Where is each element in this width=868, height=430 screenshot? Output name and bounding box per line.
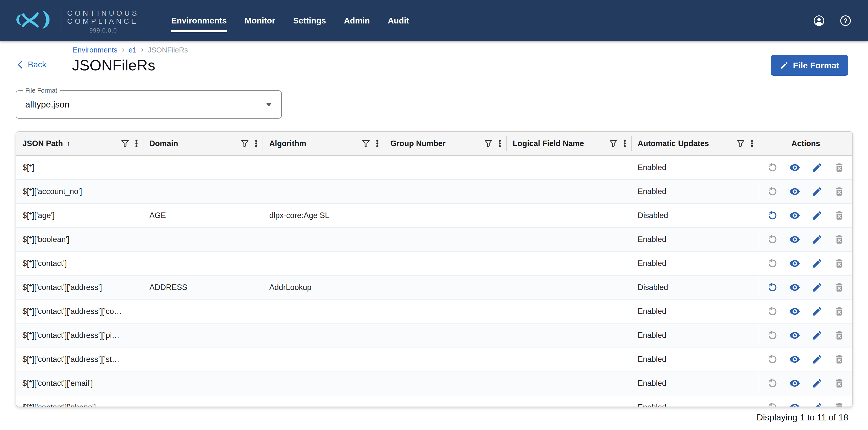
delete-button[interactable]: [834, 258, 845, 269]
delete-button[interactable]: [834, 234, 845, 245]
preview-button[interactable]: [789, 402, 800, 407]
preview-button[interactable]: [789, 354, 800, 365]
filter-icon[interactable]: [609, 139, 618, 148]
account-icon[interactable]: [813, 15, 825, 27]
sort-ascending-icon[interactable]: ↑: [66, 139, 70, 148]
refresh-reset-button[interactable]: [767, 354, 778, 365]
column-header-group-number[interactable]: Group Number: [384, 132, 506, 155]
delete-button[interactable]: [834, 354, 845, 365]
preview-button[interactable]: [789, 258, 800, 269]
delete-button[interactable]: [834, 330, 845, 341]
delete-button[interactable]: [834, 402, 845, 407]
brand-line2: COMPLIANCE: [67, 17, 139, 25]
cell-group-number: [384, 371, 506, 395]
preview-button[interactable]: [789, 378, 800, 389]
edit-button[interactable]: [811, 378, 823, 389]
column-header-actions[interactable]: Actions: [759, 132, 852, 155]
delete-button[interactable]: [834, 282, 845, 293]
breadcrumb-item-e1[interactable]: e1: [128, 46, 136, 54]
preview-button[interactable]: [789, 330, 800, 341]
column-header-json-path[interactable]: JSON Path↑: [16, 132, 143, 155]
cell-domain: ADDRESS: [143, 275, 263, 299]
table-row: $[*]['contact']['address']ADDRESSAddrLoo…: [16, 275, 852, 300]
pencil-icon: [811, 282, 823, 293]
column-menu-icon[interactable]: [251, 139, 261, 148]
edit-button[interactable]: [811, 186, 823, 197]
edit-button[interactable]: [811, 210, 823, 221]
delete-button[interactable]: [834, 306, 845, 317]
table-row: $[*]Enabled: [16, 156, 852, 180]
preview-button[interactable]: [789, 162, 800, 173]
filter-icon[interactable]: [120, 139, 130, 148]
preview-button[interactable]: [789, 306, 800, 317]
column-header-domain[interactable]: Domain: [143, 132, 263, 155]
refresh-reset-button[interactable]: [767, 186, 778, 197]
edit-button[interactable]: [811, 402, 823, 407]
delete-button[interactable]: [834, 186, 845, 197]
nav-tab-audit[interactable]: Audit: [388, 16, 409, 26]
filter-icon[interactable]: [484, 139, 493, 148]
preview-button[interactable]: [789, 210, 800, 221]
refresh-icon: [767, 330, 778, 341]
breadcrumb-item-environments[interactable]: Environments: [73, 46, 117, 54]
eye-icon: [789, 186, 800, 197]
column-label: Group Number: [390, 139, 445, 148]
nav-tab-settings[interactable]: Settings: [293, 16, 326, 26]
cell-group-number: [384, 324, 506, 347]
edit-button[interactable]: [811, 162, 823, 173]
edit-button[interactable]: [811, 234, 823, 245]
column-menu-icon[interactable]: [132, 139, 141, 148]
column-menu-icon[interactable]: [747, 139, 757, 148]
delete-button[interactable]: [834, 378, 845, 389]
refresh-reset-button[interactable]: [767, 258, 778, 269]
app-version: 999.0.0.0: [67, 27, 139, 35]
refresh-reset-button[interactable]: [767, 330, 778, 341]
table-body: $[*]Enabled$[*]['account_no']Enabled$[*]…: [16, 156, 852, 407]
cell-logical-field-name: [506, 324, 631, 347]
refresh-reset-button[interactable]: [767, 162, 778, 173]
filter-icon[interactable]: [240, 139, 249, 148]
cell-domain: [143, 348, 263, 371]
filter-icon[interactable]: [361, 139, 371, 148]
refresh-reset-button[interactable]: [767, 378, 778, 389]
cell-domain: [143, 300, 263, 323]
edit-button[interactable]: [811, 354, 823, 365]
nav-tab-monitor[interactable]: Monitor: [245, 16, 275, 26]
preview-button[interactable]: [789, 234, 800, 245]
filter-icon[interactable]: [736, 139, 745, 148]
column-menu-icon[interactable]: [495, 139, 504, 148]
refresh-reset-button[interactable]: [767, 210, 778, 221]
preview-button[interactable]: [789, 186, 800, 197]
help-icon[interactable]: ?: [840, 15, 851, 27]
back-button[interactable]: Back: [16, 60, 46, 70]
column-header-automatic-updates[interactable]: Automatic Updates: [631, 132, 759, 155]
refresh-reset-button[interactable]: [767, 402, 778, 407]
edit-button[interactable]: [811, 282, 823, 293]
cell-algorithm: [263, 252, 384, 275]
delete-button[interactable]: [834, 162, 845, 173]
column-header-algorithm[interactable]: Algorithm: [263, 132, 384, 155]
preview-button[interactable]: [789, 282, 800, 293]
column-menu-icon[interactable]: [373, 139, 382, 148]
file-format-button[interactable]: File Format: [771, 55, 848, 76]
eye-icon: [789, 210, 800, 221]
column-header-logical-field-name[interactable]: Logical Field Name: [506, 132, 631, 155]
refresh-reset-button[interactable]: [767, 234, 778, 245]
nav-tab-environments[interactable]: Environments: [171, 16, 227, 26]
column-menu-icon[interactable]: [620, 139, 629, 148]
column-label: Automatic Updates: [638, 139, 709, 148]
pencil-icon: [811, 210, 823, 221]
edit-button[interactable]: [811, 330, 823, 341]
edit-button[interactable]: [811, 258, 823, 269]
file-format-select[interactable]: File Format alltype.json: [16, 90, 282, 119]
refresh-reset-button[interactable]: [767, 306, 778, 317]
cell-logical-field-name: [506, 180, 631, 203]
pencil-icon: [811, 402, 823, 407]
cell-group-number: [384, 228, 506, 251]
edit-button[interactable]: [811, 306, 823, 317]
refresh-reset-button[interactable]: [767, 282, 778, 293]
cell-domain: AGE: [143, 204, 263, 227]
cell-actions: [759, 228, 852, 251]
delete-button[interactable]: [834, 210, 845, 221]
nav-tab-admin[interactable]: Admin: [344, 16, 370, 26]
